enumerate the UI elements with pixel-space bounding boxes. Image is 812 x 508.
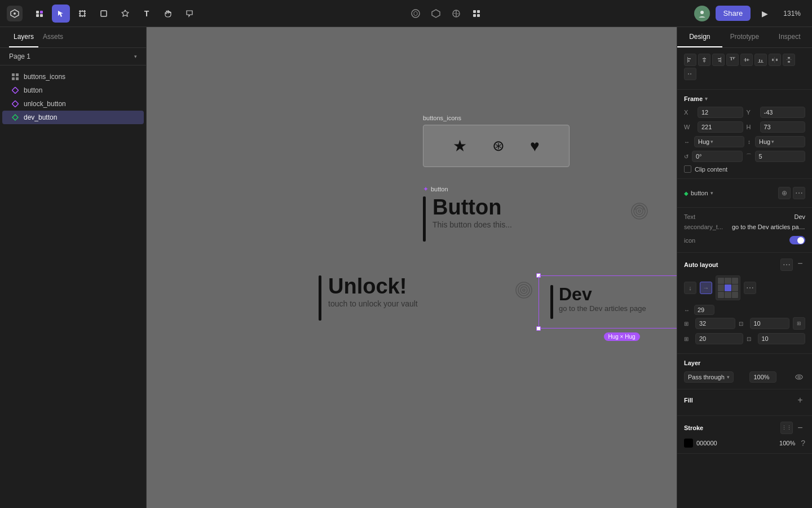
plugins-icon-button[interactable] [427,5,445,23]
spacing-value[interactable]: 29 [694,305,714,315]
layer-section-title: Layer [684,360,700,366]
rotation-value[interactable]: 0° [692,151,743,162]
hand-tool-button[interactable] [159,5,177,23]
pen-tool-button[interactable] [116,5,134,23]
layer-item-unlock-button[interactable]: unlock_button [2,97,144,111]
stroke-color-value[interactable]: 000000 [696,440,771,446]
clip-content-checkbox[interactable] [684,165,691,173]
dist-v-button[interactable] [783,54,795,66]
align-right-button[interactable] [712,54,725,66]
direction-right-button[interactable]: → [700,282,712,294]
tab-assets[interactable]: Assets [38,27,68,47]
auto-layout-grid[interactable] [716,275,740,300]
icon-toggle[interactable] [789,236,805,244]
multiplayer-icon-button[interactable] [467,5,486,23]
y-value[interactable]: -43 [760,107,806,118]
text-tool-button[interactable]: T [138,5,156,23]
community-icon-button[interactable] [407,5,425,23]
align-center-v-button[interactable] [740,54,753,66]
padding-left-icon: ⊞ [684,321,692,327]
play-button[interactable]: ▶ [756,5,773,22]
auto-layout-remove-button[interactable]: − [795,259,805,269]
padding-tb-row: ⊞ 20 ⊡ 10 [684,333,805,344]
align-bottom-button[interactable] [754,54,767,66]
opacity-value[interactable]: 100% [749,371,776,383]
fill-add-button[interactable]: + [795,395,805,405]
frame-dev[interactable]: Dev go to the Dev articles page Hug × Hu… [539,275,677,329]
layer-item-button[interactable]: button [2,84,144,97]
align-left-button[interactable] [684,54,696,66]
select-tool-button[interactable] [52,5,70,23]
padding-expand-button[interactable]: ⊞ [793,317,805,330]
theme-icon-button[interactable] [447,5,465,23]
component-more-button[interactable]: ⋯ [793,187,805,199]
toolbar: T Share ▶ 131% [0,0,812,27]
auto-layout-options-button[interactable]: ⋯ [780,259,793,271]
al-more-button[interactable]: ⋯ [744,282,756,294]
layer-item-dev-button[interactable]: dev_button [2,111,144,124]
logo-button[interactable] [7,6,23,21]
button-frame-label: ✦ button [423,185,648,193]
xy-row: X 12 Y -43 [684,107,805,118]
layer-blend-row: Pass through ▾ 100% [684,371,805,383]
tab-inspect[interactable]: Inspect [767,27,812,47]
hug-label: Hug × Hug [603,332,639,341]
fill-section: Fill + [677,389,812,416]
padding-right-value[interactable]: 10 [750,318,790,329]
tab-prototype[interactable]: Prototype [722,27,767,47]
grid-dot-2 [725,278,731,284]
shape-tool-button[interactable] [95,5,113,23]
svg-point-40 [638,210,641,212]
hug-y-value[interactable]: Hug ▾ [755,136,805,147]
svg-rect-25 [477,10,480,13]
comment-tool-button[interactable] [180,5,198,23]
page-selector[interactable]: Page 1 ▾ [0,48,146,65]
zoom-level[interactable]: 131% [779,7,805,20]
stroke-opacity-value[interactable]: 100% [775,440,795,446]
menu-tool-button[interactable] [30,5,48,23]
x-value[interactable]: 12 [698,107,743,118]
secondary-t-value[interactable]: go to the Dev articles page [732,224,805,230]
align-top-button[interactable] [726,54,739,66]
text-label: Text [684,213,695,220]
stroke-color-swatch[interactable] [684,439,693,448]
dev-text-area: Dev go to the Dev articles page [559,285,677,313]
share-button[interactable]: Share [716,6,751,21]
svg-rect-50 [704,57,705,63]
frame-tool-button[interactable] [73,5,91,23]
stroke-remove-button[interactable]: − [795,423,805,433]
padding-bottom-value[interactable]: 10 [758,333,806,344]
align-center-h-button[interactable] [698,54,710,66]
auto-layout-title: Auto layout [684,261,718,268]
stroke-options-button[interactable]: ⋮⋮ [780,422,793,434]
svg-marker-22 [432,10,440,17]
svg-rect-66 [788,57,790,59]
tab-design[interactable]: Design [677,27,722,47]
tab-layers[interactable]: Layers [9,27,38,47]
layer-label-dev-button: dev_button [24,113,57,121]
h-value[interactable]: 73 [760,121,806,133]
clip-content-label: Clip content [695,166,727,173]
direction-down-button[interactable]: ↓ [684,282,696,294]
hug-x-value[interactable]: Hug ▾ [694,136,744,147]
avatar[interactable] [694,6,710,21]
dist-extra-button[interactable] [684,68,696,80]
rotation-radius-row: ↺ 0° ⌒ 5 [684,151,805,162]
dist-h-button[interactable] [769,54,781,66]
padding-left-value[interactable]: 32 [695,318,735,329]
fill-section-header: Fill + [684,395,805,405]
blend-mode-caret: ▾ [727,374,730,380]
svg-point-44 [523,289,525,291]
corner-radius-value[interactable]: 5 [755,151,806,162]
layer-item-buttons-icons[interactable]: buttons_icons [2,70,144,84]
blend-mode-selector[interactable]: Pass through ▾ [684,371,734,383]
page-name: Page 1 [9,52,30,60]
component-options-button[interactable]: ⊕ [778,187,791,199]
visibility-button[interactable] [793,371,805,383]
text-value[interactable]: Dev [794,213,805,220]
w-value[interactable]: 221 [698,121,743,133]
svg-rect-26 [473,14,476,17]
auto-layout-header: Auto layout ⋯ − [684,259,805,271]
padding-top-value[interactable]: 20 [695,333,743,344]
canvas-area[interactable]: buttons_icons ★ ⊛ ♥ ✦ button Button This… [147,27,677,508]
